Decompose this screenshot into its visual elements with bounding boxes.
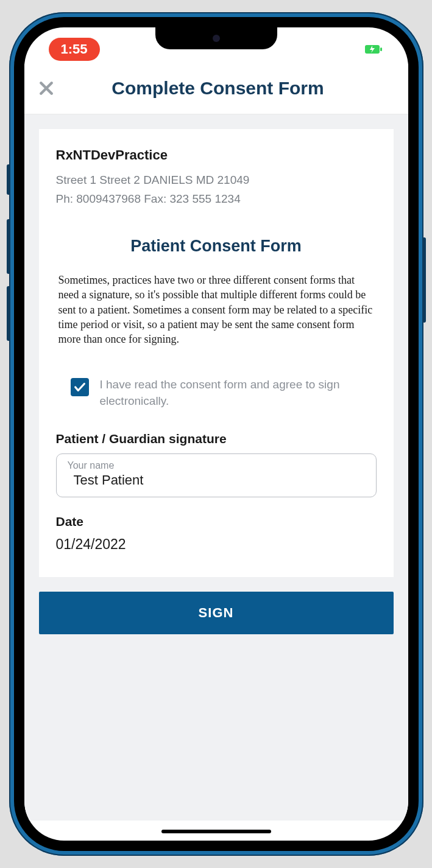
consent-card: RxNTDevPractice Street 1 Street 2 DANIEL…	[39, 129, 394, 577]
phone-device-frame: 1:55 Complete Consent Form	[9, 12, 423, 856]
form-title: Patient Consent Form	[56, 237, 377, 256]
page-header: Complete Consent Form	[24, 64, 408, 114]
phone-volume-up	[7, 219, 10, 274]
page-title: Complete Consent Form	[57, 78, 397, 99]
svg-rect-1	[380, 47, 382, 51]
status-time-recording[interactable]: 1:55	[49, 38, 100, 61]
consent-checkbox[interactable]	[71, 378, 89, 396]
consent-checkbox-row: I have read the consent form and agree t…	[56, 377, 377, 409]
phone-power-button	[422, 237, 426, 323]
date-label: Date	[56, 514, 377, 529]
content-area: RxNTDevPractice Street 1 Street 2 DANIEL…	[24, 114, 408, 821]
sign-button[interactable]: SIGN	[39, 592, 394, 634]
close-icon[interactable]	[35, 77, 57, 99]
checkmark-icon	[73, 380, 87, 394]
consent-text: I have read the consent form and agree t…	[100, 377, 364, 409]
form-body-text: Sometimes, practices have two or three d…	[56, 273, 377, 346]
home-indicator[interactable]	[161, 830, 271, 833]
phone-volume-down	[7, 286, 10, 341]
signature-input[interactable]: Your name Test Patient	[56, 453, 377, 497]
screen: 1:55 Complete Consent Form	[24, 27, 408, 841]
battery-charging-icon	[363, 44, 384, 55]
practice-address: Street 1 Street 2 DANIELS MD 21049	[56, 172, 377, 189]
practice-contact: Ph: 8009437968 Fax: 323 555 1234	[56, 191, 377, 208]
device-notch	[155, 27, 277, 49]
practice-name: RxNTDevPractice	[56, 147, 377, 163]
signature-value: Test Patient	[68, 472, 365, 488]
phone-mute-switch	[7, 164, 10, 195]
signature-placeholder: Your name	[68, 460, 365, 471]
signature-label: Patient / Guardian signature	[56, 432, 377, 446]
date-value: 01/24/2022	[56, 536, 377, 553]
